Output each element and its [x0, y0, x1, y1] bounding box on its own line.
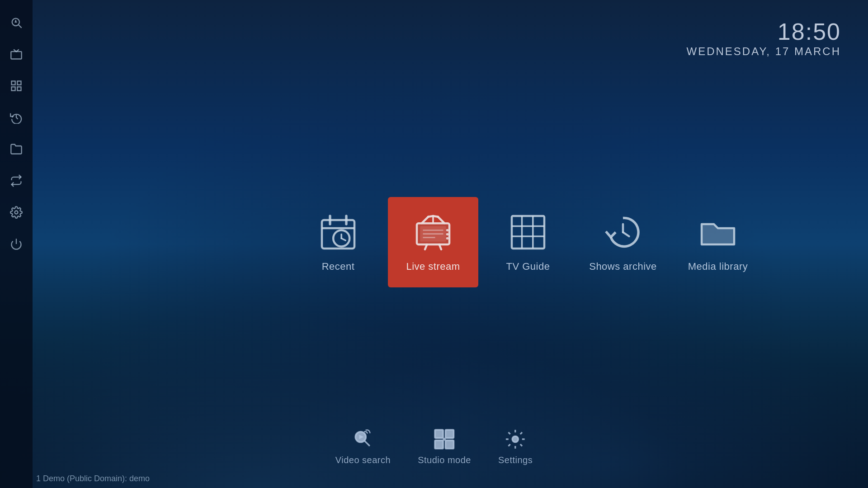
studio-mode-icon	[433, 428, 456, 450]
svg-rect-44	[446, 430, 454, 438]
menu-label-tv-guide: TV Guide	[506, 261, 550, 272]
svg-line-17	[341, 239, 345, 241]
svg-rect-33	[512, 216, 544, 249]
tv-guide-icon	[508, 212, 548, 253]
menu-item-media-library[interactable]: Media library	[673, 197, 763, 287]
sidebar-item-grid[interactable]	[0, 72, 33, 99]
menu-item-tv-guide[interactable]: TV Guide	[483, 197, 573, 287]
svg-point-30	[446, 237, 448, 239]
svg-point-28	[446, 229, 448, 231]
menu-item-live-stream[interactable]: Live stream	[388, 197, 478, 287]
settings-icon	[504, 428, 527, 450]
bottom-item-studio-mode[interactable]: Studio mode	[418, 428, 471, 465]
menu-item-shows-archive[interactable]: Shows archive	[578, 197, 668, 287]
bottom-label-studio-mode: Studio mode	[418, 455, 471, 465]
svg-rect-7	[12, 87, 15, 90]
svg-point-48	[512, 436, 518, 442]
sidebar-item-power[interactable]	[0, 230, 33, 258]
svg-line-39	[623, 232, 629, 236]
menu-item-recent[interactable]: Recent	[293, 197, 383, 287]
svg-rect-6	[17, 81, 21, 85]
status-bar: 1 Demo (Public Domain): demo	[36, 474, 150, 483]
svg-rect-43	[435, 430, 443, 438]
svg-rect-45	[435, 441, 443, 449]
svg-rect-46	[446, 441, 454, 449]
bottom-item-video-search[interactable]: Video search	[335, 428, 391, 465]
menu-label-media-library: Media library	[688, 261, 748, 272]
svg-line-41	[364, 441, 370, 446]
sidebar-item-folder[interactable]	[0, 136, 33, 163]
menu-label-live-stream: Live stream	[406, 261, 460, 272]
svg-point-29	[446, 233, 448, 235]
shows-archive-icon	[603, 212, 643, 253]
recent-icon	[318, 212, 359, 253]
bottom-item-settings[interactable]: Settings	[498, 428, 533, 465]
status-text: 1 Demo (Public Domain): demo	[36, 474, 150, 483]
sidebar-item-search[interactable]	[0, 9, 33, 36]
svg-rect-8	[17, 87, 21, 90]
svg-line-1	[19, 25, 21, 28]
sidebar-item-tv[interactable]	[0, 41, 33, 68]
clock-time: 18:50	[686, 18, 841, 45]
sidebar-item-history[interactable]	[0, 104, 33, 131]
video-search-icon	[352, 428, 374, 450]
svg-point-9	[15, 211, 18, 214]
clock-date: Wednesday, 17 March	[686, 45, 841, 58]
menu-label-recent: Recent	[322, 261, 355, 272]
svg-rect-5	[12, 81, 15, 85]
bottom-label-settings: Settings	[498, 455, 533, 465]
svg-point-47	[443, 438, 446, 441]
clock-area: 18:50 Wednesday, 17 March	[686, 18, 841, 58]
svg-rect-4	[11, 52, 21, 59]
sidebar-item-settings[interactable]	[0, 199, 33, 226]
main-menu: Recent Live stream	[293, 197, 763, 287]
sidebar	[0, 0, 33, 488]
menu-label-shows-archive: Shows archive	[589, 261, 657, 272]
bottom-bar: Video search Studio mode Settings	[335, 428, 533, 465]
bottom-label-video-search: Video search	[335, 455, 391, 465]
media-library-icon	[698, 212, 738, 253]
sidebar-item-switch[interactable]	[0, 167, 33, 194]
live-stream-icon	[413, 212, 453, 253]
